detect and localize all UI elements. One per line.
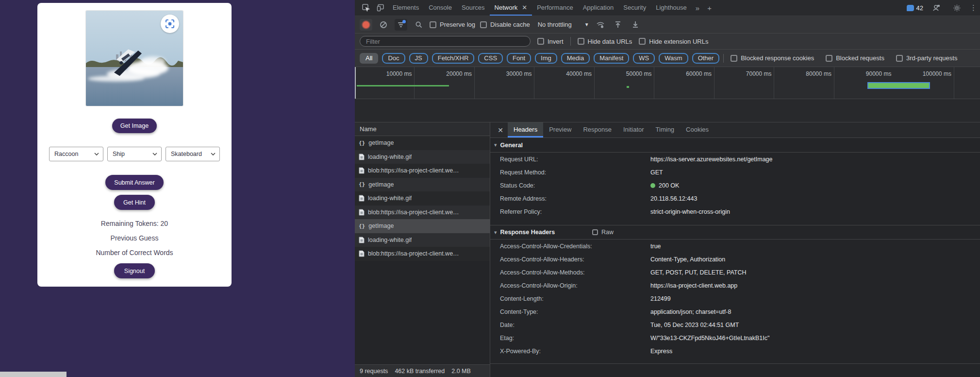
devtools-tab-label: Application xyxy=(583,4,614,11)
signout-button[interactable]: Signout xyxy=(114,263,155,278)
request-list: {} getImage loading-white.gif xyxy=(355,136,490,261)
tab-close-icon[interactable]: ✕ xyxy=(522,4,527,11)
devtools-tab[interactable]: Performance xyxy=(532,0,578,16)
type-chip[interactable]: WS xyxy=(633,53,655,64)
more-tabs-icon[interactable]: » xyxy=(692,0,703,16)
request-row[interactable]: {} getImage xyxy=(355,219,490,233)
devtools-tab[interactable]: Lighthouse xyxy=(651,0,692,16)
chevron-down-icon xyxy=(94,153,99,155)
network-overview-timeline[interactable]: 10000 ms 20000 ms 30000 ms 40000 ms 5000… xyxy=(355,67,980,99)
type-chip[interactable]: Font xyxy=(507,53,531,64)
detail-tab[interactable]: Timing xyxy=(650,122,681,137)
timeline-tick: 60000 ms xyxy=(655,67,715,81)
search-button[interactable] xyxy=(412,19,425,31)
request-row[interactable]: blob:https://isa-project-client.we… xyxy=(355,247,490,261)
extra-filter-checkbox[interactable]: Blocked response cookies xyxy=(731,54,814,62)
get-hint-button[interactable]: Get Hint xyxy=(114,195,155,210)
general-section-header[interactable]: ▾ General xyxy=(490,138,980,153)
request-row[interactable]: {} getImage xyxy=(355,178,490,192)
request-row[interactable]: {} getImage xyxy=(355,136,490,150)
checkbox-icon xyxy=(731,55,737,62)
type-chip[interactable]: Other xyxy=(692,53,720,64)
name-column-header[interactable]: Name xyxy=(355,122,490,136)
header-value-text: application/json; charset=utf-8 xyxy=(650,308,731,315)
detail-tab[interactable]: Initiator xyxy=(617,122,650,137)
extra-filter-checkbox[interactable]: 3rd-party requests xyxy=(896,54,958,62)
extra-filter-checkbox[interactable]: Blocked requests xyxy=(826,54,884,62)
header-value: Express xyxy=(650,348,672,355)
preserve-log-checkbox[interactable]: Preserve log xyxy=(430,21,475,28)
header-value: W/"33e13-CKZFpd5NkoJ46+GtIeLtnakB1Ic" xyxy=(650,335,769,342)
type-chip[interactable]: Doc xyxy=(382,53,405,64)
request-row[interactable]: loading-white.gif xyxy=(355,150,490,164)
add-tab-icon[interactable]: + xyxy=(703,0,715,16)
request-row[interactable]: loading-white.gif xyxy=(355,233,490,247)
detail-tab[interactable]: Preview xyxy=(543,122,577,137)
request-row[interactable]: blob:https://isa-project-client.we… xyxy=(355,206,490,220)
request-row[interactable]: blob:https://isa-project-client.we… xyxy=(355,164,490,178)
throttling-select[interactable]: No throttling ▼ xyxy=(538,21,589,28)
type-chip[interactable]: CSS xyxy=(478,53,503,64)
network-conditions-icon[interactable] xyxy=(594,19,607,31)
header-value: strict-origin-when-cross-origin xyxy=(650,208,730,215)
preserve-log-label: Preserve log xyxy=(440,21,475,28)
type-chip[interactable]: All xyxy=(360,53,378,64)
header-row: Access-Control-Allow-Headers: Content-Ty… xyxy=(490,253,980,266)
type-chip[interactable]: JS xyxy=(409,53,428,64)
response-headers-section-header[interactable]: ▾ Response Headers Raw xyxy=(490,225,980,240)
filter-toggle-button[interactable] xyxy=(395,19,407,31)
invert-checkbox[interactable]: Invert xyxy=(537,38,564,45)
profile-icon[interactable] xyxy=(929,4,944,12)
disable-cache-checkbox[interactable]: Disable cache xyxy=(480,21,530,28)
filter-input[interactable] xyxy=(360,36,531,47)
device-toolbar-icon[interactable] xyxy=(373,0,388,16)
checkbox-icon xyxy=(896,55,903,62)
detail-tab[interactable]: Cookies xyxy=(680,122,714,137)
guess-select[interactable]: Skateboard xyxy=(166,147,220,161)
header-row: Remote Address: 20.118.56.12:443 xyxy=(490,192,980,205)
previous-guess-text: Previous Guess xyxy=(111,234,159,242)
hide-extension-urls-checkbox[interactable]: Hide extension URLs xyxy=(639,38,708,45)
clear-button[interactable] xyxy=(377,19,390,31)
header-row: Referrer Policy: strict-origin-when-cros… xyxy=(490,205,980,218)
guess-select[interactable]: Ship xyxy=(107,147,162,161)
type-chip[interactable]: Img xyxy=(535,53,557,64)
devtools-tab[interactable]: Console xyxy=(424,0,457,16)
detail-tab[interactable]: Response xyxy=(577,122,617,137)
raw-checkbox[interactable]: Raw xyxy=(592,229,614,236)
header-row: Access-Control-Allow-Methods: GET, POST,… xyxy=(490,266,980,279)
submit-answer-button[interactable]: Submit Answer xyxy=(105,175,164,190)
type-chip[interactable]: Media xyxy=(561,53,590,64)
extra-filter-label: Blocked requests xyxy=(836,54,884,62)
export-har-icon[interactable] xyxy=(629,19,642,31)
request-detail-panel: ✕ Headers Preview Response Initiator Tim… xyxy=(490,122,980,377)
devtools-tab[interactable]: Application xyxy=(578,0,619,16)
close-icon[interactable]: ✕ xyxy=(493,122,508,137)
header-value: Content-Type, Authorization xyxy=(650,256,725,263)
devtools-tab[interactable]: Sources xyxy=(457,0,490,16)
get-image-button[interactable]: Get Image xyxy=(112,119,157,133)
issues-button[interactable]: 42 xyxy=(907,4,923,12)
type-chip[interactable]: Manifest xyxy=(594,53,629,64)
horizontal-scrollbar[interactable] xyxy=(0,372,66,377)
hide-data-urls-checkbox[interactable]: Hide data URLs xyxy=(578,38,632,45)
gear-icon[interactable] xyxy=(949,4,964,12)
devtools-tab[interactable]: Security xyxy=(618,0,651,16)
import-har-icon[interactable] xyxy=(612,19,624,31)
lens-icon[interactable] xyxy=(161,15,179,33)
guess-select[interactable]: Raccoon xyxy=(49,147,103,161)
header-value: GET, POST, PUT, DELETE, PATCH xyxy=(650,269,747,276)
request-row[interactable]: loading-white.gif xyxy=(355,191,490,206)
transferred-size: 462 kB transferred xyxy=(395,368,445,375)
type-chip[interactable]: Wasm xyxy=(659,53,688,64)
inspect-element-icon[interactable] xyxy=(359,0,373,16)
devtools-tab[interactable]: Network ✕ xyxy=(490,0,532,16)
request-name: blob:https://isa-project-client.we… xyxy=(368,167,459,174)
kebab-menu-icon[interactable]: ⋮ xyxy=(970,3,977,12)
timeline-tick: 110000 ms xyxy=(954,67,980,81)
type-chip[interactable]: Fetch/XHR xyxy=(432,53,475,64)
detail-tab[interactable]: Headers xyxy=(508,122,543,137)
devtools-tab[interactable]: Elements xyxy=(388,0,424,16)
file-icon xyxy=(359,237,365,243)
record-button[interactable] xyxy=(360,19,372,31)
